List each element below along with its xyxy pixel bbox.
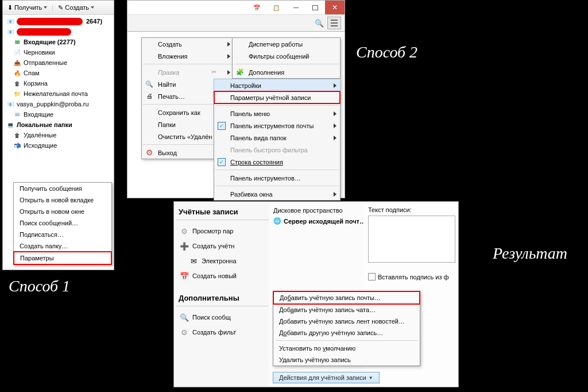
sent-row[interactable]: 📤 Отправленные (3, 57, 114, 68)
dialog-left-column: Учётные записи ⚙Просмотр пар ➕Создать уч… (174, 202, 274, 387)
deleted-row[interactable]: 🗑 Удалённые (3, 130, 114, 140)
printer-icon: 🖨 (145, 92, 153, 100)
outgoing-server-row[interactable]: 🌐Сервер исходящей почт… (272, 216, 367, 226)
label-method1: Способ 1 (9, 277, 70, 295)
redacted-account (17, 18, 83, 25)
outgoing-row[interactable]: 📬 Исходящие (3, 140, 114, 151)
create-filter-row[interactable]: ⚙Создать фильт (176, 325, 271, 340)
secondary-menu: Диспетчер работы Фильтры сообщений 🧩Допо… (232, 37, 341, 79)
drafts-row[interactable]: 📄 Черновики (3, 47, 114, 57)
mi-menu-panel[interactable]: Панель меню (214, 107, 340, 120)
spam-row[interactable]: 🔥 Спам (3, 68, 114, 78)
account-row-1[interactable]: 📧 2647) (3, 16, 114, 26)
account-actions-menu: Добавить учётную запись почты… Добавить … (273, 291, 420, 366)
create-button[interactable]: ✎ Создать (56, 3, 96, 13)
add-other-account[interactable]: Добавить другую учётную запись… (273, 327, 420, 339)
ctx-search-messages[interactable]: Поиск сообщений… (14, 217, 111, 229)
ctx-open-window[interactable]: Открыть в новом окне (14, 206, 111, 217)
ctx-open-tab[interactable]: Открыть в новой вкладке (14, 194, 111, 206)
account-actions-button[interactable]: Действия для учётной записи ▼ (273, 372, 380, 383)
mi-account-settings[interactable]: Параметры учётной записи (214, 91, 340, 103)
account-context-menu: Получить сообщения Открыть в новой вклад… (13, 182, 112, 265)
mi-mail-toolbar[interactable]: ✓Панель инструментов почты (214, 120, 340, 132)
mi-settings[interactable]: Настройки (214, 79, 341, 92)
plus-icon: ➕ (180, 241, 189, 251)
disk-space-row[interactable]: Дисковое пространство (272, 205, 367, 216)
mi-toolbars[interactable]: Панель инструментов… (214, 172, 340, 184)
ctx-settings[interactable]: Параметры (13, 251, 112, 265)
close-button[interactable]: ✕ (325, 1, 345, 14)
ctx-create-folder[interactable]: Создать папку… (14, 240, 111, 252)
local-label: Локальные папки (17, 121, 72, 128)
get-button[interactable]: ⬇ Получить (5, 3, 49, 13)
mi-layout[interactable]: Разбивка окна (214, 188, 340, 200)
calendar-icon: 📅 (180, 271, 189, 280)
view-params-row[interactable]: ⚙Просмотр пар (176, 224, 271, 239)
add-chat-account[interactable]: Добавить учётную запись чата… (273, 304, 420, 316)
email-row[interactable]: ✉Электронна (176, 253, 271, 268)
mi-attachments[interactable]: Вложения (142, 50, 234, 62)
ctx-get-messages[interactable]: Получить сообщения (14, 183, 111, 194)
titlebar: 📅 📋 ✕ (127, 0, 345, 14)
tasks-icon[interactable]: 📋 (266, 1, 286, 14)
create-account-row[interactable]: ➕Создать учётн (176, 239, 271, 253)
trash-icon: 🗑 (13, 131, 21, 139)
mail-icon: ✉ (189, 256, 198, 266)
junk-label: Нежелательная почта (24, 90, 88, 97)
delete-account[interactable]: Удалить учётную запись (273, 354, 420, 366)
junk-row[interactable]: 📁 Нежелательная почта (3, 89, 114, 99)
signature-textarea[interactable] (368, 216, 455, 263)
mi-filters[interactable]: Фильтры сообщений (233, 50, 340, 62)
edit-icon: ✎ (58, 4, 63, 11)
puzzle-icon: 🧩 (236, 68, 244, 76)
mi-status-bar[interactable]: ✓Строка состояния (214, 156, 340, 168)
mi-addons[interactable]: 🧩Дополнения (233, 66, 340, 78)
calendar-icon[interactable]: 📅 (247, 1, 266, 14)
maximize-button[interactable] (305, 1, 325, 14)
toolbar: ⬇ Получить | ✎ Создать (3, 1, 114, 15)
main-toolbar: 🔍 (127, 14, 345, 32)
label-result: Результат (493, 244, 567, 263)
local-folders-row[interactable]: 💻 Локальные папки (3, 120, 114, 130)
extra-heading: Дополнительны (176, 291, 271, 306)
search-messages-row[interactable]: 🔍Поиск сообщ (176, 310, 271, 325)
hamburger-menu-button[interactable] (327, 17, 341, 29)
sent-icon: 📤 (13, 59, 21, 67)
mi-folder-panel[interactable]: Панель вида папок (214, 132, 340, 144)
redacted-account (17, 28, 71, 36)
mi-edit[interactable]: Правка✂ (142, 66, 234, 78)
outbox-icon: 📬 (13, 141, 21, 149)
folder-tree: 📧 2647) 📧 ✉ Входящие (2277) 📄 Черновики … (3, 15, 114, 152)
mi-dispatcher[interactable]: Диспетчер работы (233, 38, 340, 50)
trash-label: Корзина (24, 80, 48, 87)
inbox-row[interactable]: ✉ Входящие (2277) (3, 37, 114, 47)
app-window-panel: 📅 📋 ✕ 🔍 Создать Вложения Правка✂ 🔍Найти … (127, 0, 345, 198)
create-label: Создать (65, 4, 89, 11)
account-row-3[interactable]: 📧 vasya_puppkin@proba.ru (3, 99, 114, 109)
minimize-button[interactable] (286, 1, 305, 14)
download-icon: ⬇ (7, 4, 13, 11)
accounts-heading: Учётные записи (176, 205, 271, 220)
add-feed-account[interactable]: Добавить учётную запись лент новостей… (273, 316, 420, 327)
create-new-row[interactable]: 📅Создать новый (176, 268, 271, 283)
account-row-2[interactable]: 📧 (3, 26, 114, 37)
account-icon: 📧 (6, 28, 14, 36)
add-mail-account[interactable]: Добавить учётную запись почты… (273, 291, 420, 305)
search-icon[interactable]: 🔍 (315, 19, 324, 28)
insert-signature-checkbox[interactable]: Вставлять подпись из ф (368, 273, 454, 280)
window-body: Создать Вложения Правка✂ 🔍Найти 🖨Печать…… (127, 32, 345, 198)
chevron-down-icon (91, 6, 94, 9)
ctx-subscribe[interactable]: Подписаться… (14, 229, 111, 240)
set-default-account[interactable]: Установить по умолчанию (273, 343, 420, 354)
drafts-label: Черновики (24, 49, 55, 56)
spam-label: Спам (24, 70, 40, 76)
inbox2-label: Входящие (24, 111, 53, 118)
account-settings-dialog: Учётные записи ⚙Просмотр пар ➕Создать уч… (173, 201, 459, 387)
outgoing-label: Исходящие (24, 142, 57, 149)
trash-icon: 🗑 (13, 79, 21, 87)
checkbox-icon: ✓ (218, 122, 226, 130)
search-icon: 🔍 (180, 313, 189, 322)
mi-create[interactable]: Создать (142, 38, 234, 50)
trash-row[interactable]: 🗑 Корзина (3, 78, 114, 89)
inbox2-row[interactable]: ✉ Входящие (3, 109, 114, 120)
